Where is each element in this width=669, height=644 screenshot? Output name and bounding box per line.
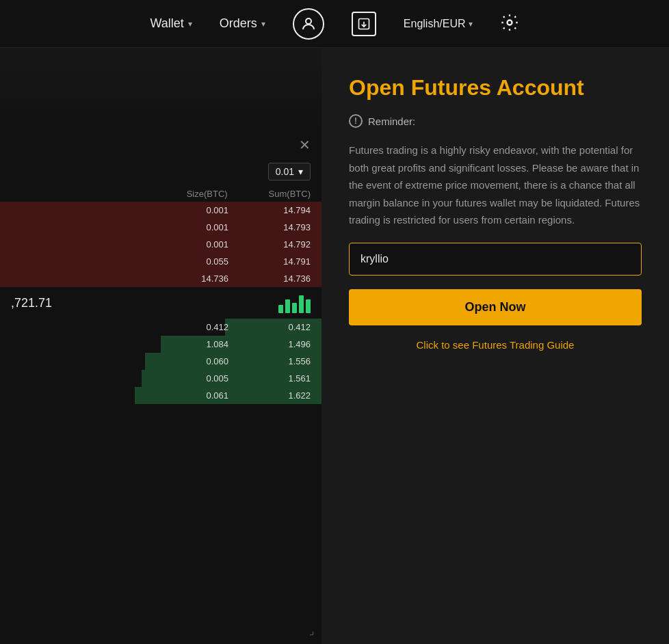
buy-size-3: 0.060 xyxy=(146,356,228,366)
table-row[interactable]: 0.001 14.792 xyxy=(0,236,322,253)
close-btn-row: ✕ xyxy=(0,130,322,160)
sell-sum-5: 14.736 xyxy=(228,273,311,284)
sell-orders: 0.001 14.794 0.001 14.793 0.001 14.792 0… xyxy=(0,202,322,287)
wallet-arrow-icon: ▾ xyxy=(188,19,192,29)
dropdown-value: 0.01 xyxy=(276,166,294,177)
table-row[interactable]: 0.055 14.791 xyxy=(0,253,322,270)
buy-sum-1: 0.412 xyxy=(228,322,311,332)
table-row[interactable]: 0.412 0.412 xyxy=(0,319,322,336)
modal-title: Open Futures Account xyxy=(349,75,642,100)
table-header: Size(BTC) Sum(BTC) xyxy=(0,186,322,202)
username-input-wrapper xyxy=(349,243,642,276)
orders-arrow-icon: ▾ xyxy=(261,19,265,29)
reminder-row: ! Reminder: xyxy=(349,114,642,128)
language-selector[interactable]: English/EUR ▾ xyxy=(404,18,473,30)
table-row[interactable]: 0.001 14.793 xyxy=(0,219,322,236)
dropdown-row: 0.01 ▾ xyxy=(0,160,322,186)
sell-sum-3: 14.792 xyxy=(228,239,311,250)
close-button[interactable]: ✕ xyxy=(299,137,311,153)
blurred-header-bg xyxy=(0,48,322,130)
mid-price: ,721.71 xyxy=(11,296,52,310)
table-row[interactable]: 0.001 14.794 xyxy=(0,202,322,219)
futures-guide-link[interactable]: Click to see Futures Trading Guide xyxy=(349,339,642,351)
download-button[interactable] xyxy=(352,12,376,36)
orders-nav-item[interactable]: Orders ▾ xyxy=(220,16,265,31)
svg-point-2 xyxy=(507,20,512,25)
bar-3 xyxy=(292,303,297,313)
wallet-label: Wallet xyxy=(150,16,183,31)
reminder-label: Reminder: xyxy=(368,116,415,127)
gear-icon xyxy=(500,13,519,32)
user-icon xyxy=(300,16,317,32)
buy-orders: 0.412 0.412 1.084 1.496 0.060 1.556 0.00… xyxy=(0,319,322,404)
sell-size-3: 0.001 xyxy=(146,239,228,250)
table-row[interactable]: 0.061 1.622 xyxy=(0,387,322,404)
bar-1 xyxy=(278,305,283,313)
bar-4 xyxy=(299,295,304,313)
resize-handle[interactable]: ⌟ xyxy=(309,624,315,637)
orders-label: Orders xyxy=(220,16,257,31)
user-avatar-button[interactable] xyxy=(293,8,324,40)
buy-size-1: 0.412 xyxy=(146,322,228,332)
top-nav: Wallet ▾ Orders ▾ English/EUR ▾ xyxy=(0,0,669,48)
table-row[interactable]: 1.084 1.496 xyxy=(0,336,322,353)
download-icon xyxy=(357,17,371,31)
size-header: Size(BTC) xyxy=(187,189,228,199)
decimal-dropdown[interactable]: 0.01 ▾ xyxy=(268,163,311,180)
volume-chart xyxy=(278,293,311,313)
buy-sum-2: 1.496 xyxy=(228,339,311,349)
open-futures-modal: Open Futures Account ! Reminder: Futures… xyxy=(322,48,669,644)
settings-button[interactable] xyxy=(500,13,519,35)
table-row[interactable]: 14.736 14.736 xyxy=(0,270,322,287)
sell-size-5: 14.736 xyxy=(146,273,228,284)
sell-size-1: 0.001 xyxy=(146,205,228,215)
lang-label: English/EUR xyxy=(404,18,466,30)
bar-2 xyxy=(285,299,290,313)
info-icon: ! xyxy=(349,114,363,128)
buy-sum-4: 1.561 xyxy=(228,373,311,384)
table-row[interactable]: 0.060 1.556 xyxy=(0,353,322,370)
buy-size-5: 0.061 xyxy=(146,390,228,401)
buy-size-2: 1.084 xyxy=(146,339,228,349)
wallet-nav-item[interactable]: Wallet ▾ xyxy=(150,16,192,31)
sell-size-4: 0.055 xyxy=(146,256,228,267)
reminder-body: Futures trading is a highly risky endeav… xyxy=(349,142,642,229)
sell-sum-2: 14.793 xyxy=(228,222,311,232)
main-area: ✕ 0.01 ▾ Size(BTC) Sum(BTC) 0.001 14.794… xyxy=(0,48,669,644)
mid-price-row: ,721.71 xyxy=(0,287,322,319)
buy-size-4: 0.005 xyxy=(146,373,228,384)
buy-sum-5: 1.622 xyxy=(228,390,311,401)
sum-header: Sum(BTC) xyxy=(269,189,311,199)
svg-point-0 xyxy=(306,18,311,24)
sell-size-2: 0.001 xyxy=(146,222,228,232)
table-row[interactable]: 0.005 1.561 xyxy=(0,370,322,387)
lang-arrow-icon: ▾ xyxy=(469,19,473,29)
buy-sum-3: 1.556 xyxy=(228,356,311,366)
sell-sum-4: 14.791 xyxy=(228,256,311,267)
open-now-button[interactable]: Open Now xyxy=(349,289,642,325)
sell-sum-1: 14.794 xyxy=(228,205,311,215)
username-input[interactable] xyxy=(349,243,642,276)
bar-5 xyxy=(306,299,311,313)
dropdown-arrow-icon: ▾ xyxy=(298,166,303,177)
order-book-panel: ✕ 0.01 ▾ Size(BTC) Sum(BTC) 0.001 14.794… xyxy=(0,48,322,644)
